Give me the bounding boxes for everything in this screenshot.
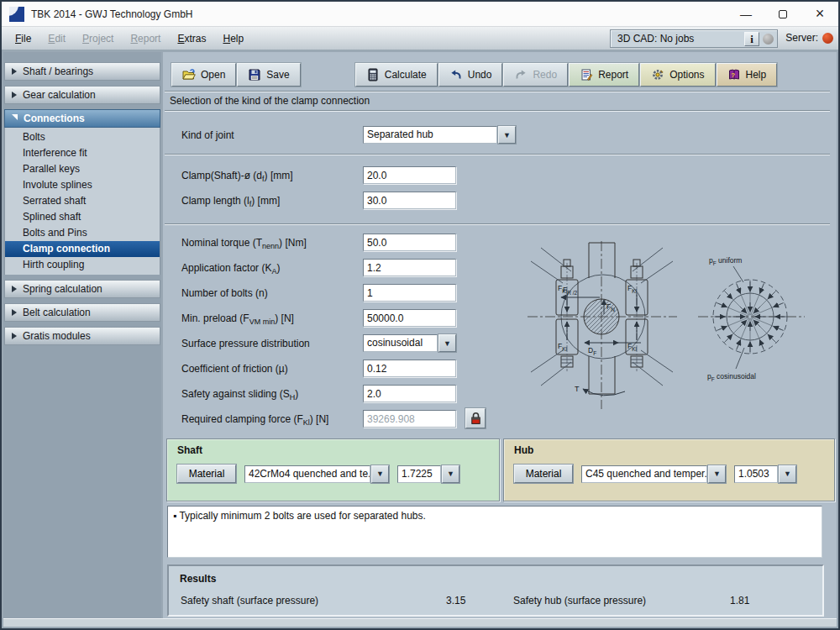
sidebar-section-connections[interactable]: Connections: [4, 109, 160, 128]
help-label: Help: [746, 69, 767, 81]
info-button[interactable]: i: [744, 32, 759, 46]
required-clamping-force-label: Required clamping force (FKl) [N]: [181, 413, 328, 427]
sidebar-item-splined-shaft[interactable]: Splined shaft: [5, 209, 160, 225]
min-preload-input[interactable]: [363, 309, 456, 327]
sidebar-item-serrated-shaft[interactable]: Serrated shaft: [5, 193, 160, 209]
title-bar: TBK 2014 - GWJ Technology GmbH — ×: [2, 2, 838, 27]
cad-status-text: 3D CAD: No jobs: [617, 33, 744, 45]
clamp-length-input[interactable]: [363, 192, 456, 209]
help-button[interactable]: ? Help: [717, 63, 778, 87]
save-label: Save: [266, 69, 289, 81]
nominal-torque-input[interactable]: [363, 234, 456, 251]
server-label: Server:: [785, 32, 818, 44]
clamp-diameter-label: Clamp(Shaft)-ø (df) [mm]: [181, 170, 293, 183]
coefficient-of-friction-label: Coefficient of friction (µ): [181, 363, 288, 375]
svg-text:pF uniform: pF uniform: [709, 256, 742, 266]
status-bar: [3, 618, 837, 627]
pressure-distribution-figure: [698, 266, 805, 369]
undo-label: Undo: [468, 69, 492, 81]
sidebar-section-label: Spring calculation: [23, 283, 102, 295]
sidebar-section-label: Belt calculation: [23, 307, 91, 318]
sidebar-item-hirth-coupling[interactable]: Hirth coupling: [5, 257, 160, 273]
clamp-diameter-input[interactable]: [363, 166, 456, 184]
undo-button[interactable]: Undo: [438, 63, 503, 87]
maximize-button[interactable]: [764, 2, 801, 26]
safety-shaft-value: 3.15: [446, 595, 465, 606]
chevron-down-icon[interactable]: ▼: [498, 126, 516, 144]
separator: [165, 91, 830, 92]
hub-material-dropdown[interactable]: C45 quenched and temper... ▼: [581, 465, 726, 483]
undo-arrow-icon: [449, 68, 463, 81]
sidebar-section-gratis-modules[interactable]: Gratis modules: [4, 327, 160, 345]
hub-material-value: C45 quenched and temper...: [581, 465, 707, 483]
calculate-button[interactable]: Calculate: [355, 63, 438, 87]
sidebar-item-bolts[interactable]: Bolts: [5, 129, 160, 145]
safety-hub-label: Safety hub (surface pressure): [513, 595, 646, 606]
application-factor-label: Application factor (KA): [181, 262, 280, 276]
cad-status-led: [763, 34, 774, 45]
toolbar-spacer: [302, 63, 355, 87]
sidebar-section-spring-calculation[interactable]: Spring calculation: [4, 280, 160, 298]
application-factor-input[interactable]: [363, 259, 456, 276]
chevron-down-icon[interactable]: ▼: [371, 465, 389, 483]
maximize-icon: [779, 10, 787, 18]
calculate-label: Calculate: [385, 69, 427, 81]
chevron-right-icon: [12, 309, 17, 316]
lock-button[interactable]: [465, 408, 486, 428]
menu-help[interactable]: Help: [214, 29, 252, 48]
menu-edit: Edit: [39, 29, 74, 48]
menu-extras[interactable]: Extras: [169, 29, 214, 48]
open-button[interactable]: Open: [171, 63, 236, 87]
sidebar-item-parallel-keys[interactable]: Parallel keys: [5, 161, 160, 177]
shaft-material-code-dropdown[interactable]: 1.7225 ▼: [397, 465, 459, 483]
sidebar-section-label: Gear calculation: [23, 89, 96, 101]
sidebar-item-interference-fit[interactable]: Interference fit: [5, 145, 160, 161]
hub-material-button[interactable]: Material: [514, 465, 573, 483]
minimize-button[interactable]: —: [727, 2, 764, 26]
safety-against-sliding-input[interactable]: [363, 385, 456, 402]
kind-of-joint-dropdown[interactable]: Separated hub ▼: [363, 126, 516, 144]
sidebar-section-shaft-bearings[interactable]: Shaft / bearings: [4, 62, 160, 81]
server-status-led: [822, 33, 833, 44]
options-button[interactable]: Options: [640, 63, 715, 87]
shaft-material-code-value: 1.7225: [397, 465, 441, 483]
shaft-material-dropdown[interactable]: 42CrMo4 quenched and te... ▼: [244, 465, 389, 483]
save-button[interactable]: Save: [237, 63, 300, 87]
report-button[interactable]: Report: [569, 63, 639, 87]
report-label: Report: [598, 69, 628, 81]
sidebar-item-bolts-and-pins[interactable]: Bolts and Pins: [5, 225, 160, 241]
save-floppy-icon: [248, 68, 261, 81]
hub-panel-title: Hub: [514, 444, 834, 456]
chevron-down-icon[interactable]: ▼: [438, 334, 456, 352]
chevron-right-icon: [12, 92, 17, 98]
results-title: Results: [180, 573, 216, 585]
sidebar-item-clamp-connection[interactable]: Clamp connection: [5, 241, 160, 257]
shaft-material-button[interactable]: Material: [177, 465, 236, 483]
redo-arrow-icon: [514, 68, 528, 81]
chevron-down-icon[interactable]: ▼: [442, 465, 459, 483]
menu-project: Project: [74, 29, 122, 48]
report-document-icon: [580, 68, 593, 81]
close-button[interactable]: ×: [801, 2, 838, 26]
hub-material-code-dropdown[interactable]: 1.0503 ▼: [734, 465, 796, 483]
shaft-panel-title: Shaft: [177, 444, 499, 456]
svg-text:DF: DF: [588, 346, 596, 356]
nominal-torque-label: Nominal torque (Tnenn) [Nm]: [181, 237, 307, 250]
shaft-material-value: 42CrMo4 quenched and te...: [244, 465, 370, 483]
chevron-down-icon[interactable]: ▼: [708, 465, 726, 483]
sidebar-item-involute-splines[interactable]: Involute splines: [5, 177, 160, 193]
page-title: Selection of the kind of the clamp conne…: [170, 95, 370, 107]
kind-of-joint-value: Separated hub: [363, 126, 497, 144]
main-panel: Open Save Calculate Undo Redo Report: [163, 52, 837, 618]
surface-pressure-distribution-dropdown[interactable]: cosinusoidal ▼: [363, 334, 456, 352]
chevron-right-icon: [12, 286, 17, 292]
sidebar-section-belt-calculation[interactable]: Belt calculation: [4, 303, 160, 322]
chevron-down-icon[interactable]: ▼: [779, 465, 796, 483]
number-of-bolts-input[interactable]: [363, 284, 456, 302]
clamp-length-row: Clamp length (lf) [mm]: [163, 192, 837, 212]
sidebar-section-gear-calculation[interactable]: Gear calculation: [4, 86, 160, 104]
kind-of-joint-label: Kind of joint: [181, 129, 234, 141]
coefficient-of-friction-input[interactable]: [363, 360, 456, 377]
menu-file[interactable]: File: [7, 29, 39, 48]
chevron-expanded-icon: [12, 114, 18, 123]
